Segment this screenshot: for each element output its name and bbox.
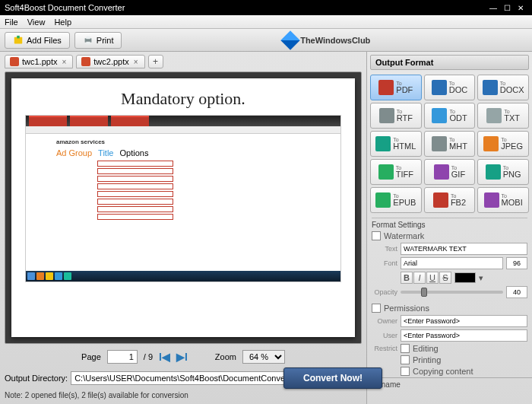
permissions-checkbox[interactable]	[372, 304, 381, 313]
preview-page: Mandatory option. amazon services Ad Gro…	[11, 78, 355, 337]
slide-screenshot: amazon services Ad Group Title Options	[25, 115, 341, 282]
left-pane: twc1.pptx × twc2.pptx × + Mandatory opti…	[0, 52, 366, 404]
italic-button[interactable]: I	[413, 272, 426, 284]
restrict-label: Restrict	[372, 345, 397, 352]
svg-rect-4	[86, 41, 90, 44]
status-note: Note: 2 opened file(s), 2 file(s) availa…	[5, 390, 362, 401]
format-icon	[432, 136, 447, 151]
format-mht-button[interactable]: ToMHT	[424, 131, 476, 157]
right-pane: Output Format ToPDFToDOCToDOCXToRTFToODT…	[366, 52, 532, 404]
format-doc-button[interactable]: ToDOC	[424, 75, 476, 100]
format-odt-button[interactable]: ToODT	[424, 103, 476, 129]
color-dropdown-button[interactable]: ▾	[479, 273, 483, 283]
add-files-button[interactable]: Add Files	[5, 32, 70, 49]
user-password-input[interactable]	[401, 329, 527, 342]
watermark-label: Watermark	[384, 231, 424, 240]
convert-button[interactable]: Convert Now!	[283, 367, 382, 389]
format-gif-button[interactable]: ToGIF	[424, 159, 476, 185]
format-icon	[375, 136, 391, 151]
maximize-button[interactable]: ☐	[500, 2, 514, 13]
menu-file[interactable]: File	[5, 17, 18, 27]
page-total: / 9	[144, 352, 153, 361]
document-tabs: twc1.pptx × twc2.pptx × +	[5, 55, 362, 68]
last-page-button[interactable]: ▶I	[176, 351, 188, 363]
opacity-label: Opacity	[372, 288, 397, 296]
zoom-select[interactable]: 64 %	[242, 350, 285, 364]
output-dir-input[interactable]	[71, 371, 310, 385]
printing-label: Printing	[413, 355, 441, 364]
tab-doc-2[interactable]: twc2.pptx ×	[76, 55, 144, 68]
close-tab-icon[interactable]: ×	[132, 58, 140, 66]
svg-rect-1	[17, 35, 20, 38]
watermark-size-input[interactable]	[506, 257, 527, 269]
format-tiff-button[interactable]: ToTIFF	[370, 159, 422, 185]
add-tab-button[interactable]: +	[148, 55, 163, 68]
font-style-buttons: B I U S	[401, 272, 451, 284]
user-label: User	[372, 332, 397, 339]
editing-label: Editing	[413, 344, 439, 353]
preview-area: Mandatory option. amazon services Ad Gro…	[5, 72, 362, 344]
opacity-value[interactable]	[506, 286, 527, 298]
page-input[interactable]	[107, 350, 138, 364]
print-icon	[83, 35, 93, 46]
underline-button[interactable]: U	[426, 272, 439, 284]
format-epub-button[interactable]: ToEPUB	[370, 187, 422, 213]
format-html-button[interactable]: ToHTML	[370, 131, 422, 157]
format-jpeg-button[interactable]: ToJPEG	[477, 131, 529, 157]
editing-checkbox[interactable]	[401, 344, 410, 353]
window-title: Soft4Boost Document Converter	[5, 3, 486, 12]
page-label: Page	[81, 352, 101, 361]
format-txt-button[interactable]: ToTXT	[477, 103, 529, 129]
menu-view[interactable]: View	[27, 17, 46, 27]
format-icon	[483, 136, 499, 151]
format-icon	[432, 80, 447, 95]
strike-button[interactable]: S	[439, 272, 451, 284]
format-pdf-button[interactable]: ToPDF	[370, 75, 422, 100]
format-icon	[434, 164, 449, 180]
owner-label: Owner	[372, 317, 397, 325]
menu-bar: File View Help	[0, 15, 532, 29]
close-button[interactable]: ✕	[514, 2, 527, 13]
title-bar: Soft4Boost Document Converter — ☐ ✕	[0, 0, 532, 15]
watermark-text-label: Text	[372, 245, 397, 253]
watermark-text-input[interactable]	[401, 243, 527, 255]
menu-help[interactable]: Help	[54, 17, 71, 27]
output-format-header: Output Format	[370, 55, 529, 70]
output-dir-label: Output Directory:	[5, 374, 68, 383]
font-color-swatch[interactable]	[454, 272, 476, 283]
copying-checkbox[interactable]	[401, 367, 410, 376]
format-icon	[378, 164, 394, 180]
opacity-slider[interactable]	[401, 291, 503, 294]
format-mobi-button[interactable]: ToMOBI	[477, 187, 529, 213]
format-docx-button[interactable]: ToDOCX	[477, 75, 529, 100]
watermark-font-input[interactable]	[401, 257, 503, 269]
minimize-button[interactable]: —	[486, 2, 500, 13]
watermark-checkbox[interactable]	[372, 231, 381, 240]
slide-title: Mandatory option.	[25, 89, 341, 109]
print-button[interactable]: Print	[74, 32, 122, 49]
tab-doc-1[interactable]: twc1.pptx ×	[5, 55, 73, 68]
format-rtf-button[interactable]: ToRTF	[370, 103, 422, 129]
format-icon	[484, 192, 499, 208]
printing-checkbox[interactable]	[401, 355, 410, 364]
pager: Page / 9 I◀ ▶I Zoom 64 %	[5, 347, 362, 367]
rename-section[interactable]: Rename	[367, 377, 532, 391]
copying-label: Copying content	[413, 367, 473, 376]
owner-password-input[interactable]	[401, 315, 527, 327]
first-page-button[interactable]: I◀	[159, 351, 170, 363]
format-fb2-button[interactable]: ToFB2	[424, 187, 476, 213]
bold-button[interactable]: B	[401, 272, 413, 284]
format-icon	[486, 108, 502, 123]
zoom-label: Zoom	[215, 352, 236, 361]
format-icon	[483, 80, 498, 95]
format-grid: ToPDFToDOCToDOCXToRTFToODTToTXTToHTMLToM…	[367, 72, 532, 216]
add-files-icon	[13, 35, 24, 46]
format-settings-header: Format Settings	[372, 218, 527, 229]
format-png-button[interactable]: ToPNG	[477, 159, 529, 185]
toolbar: Add Files Print TheWindowsClub	[0, 29, 532, 52]
pptx-icon	[10, 57, 19, 66]
close-tab-icon[interactable]: ×	[60, 58, 68, 66]
brand-logo-icon	[280, 30, 299, 49]
format-icon	[432, 108, 447, 123]
watermark-font-label: Font	[372, 259, 397, 267]
